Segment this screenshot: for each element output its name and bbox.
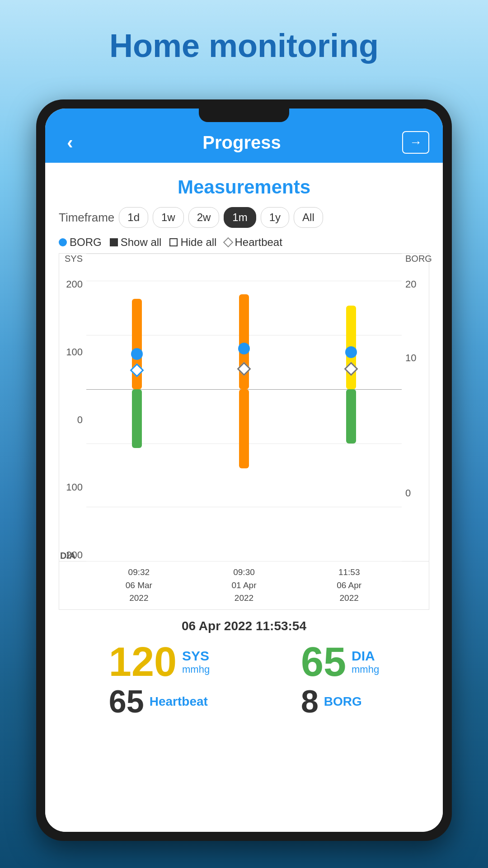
y-borg-20: 20: [405, 278, 425, 290]
legend-row: BORG Show all Hide all Heartbeat: [54, 236, 434, 249]
y-200-top: 200: [63, 278, 83, 290]
detail-left-col: 120 SYS mmhg 65 Heartbeat: [109, 642, 210, 717]
timeframe-row: Timeframe 1d 1w 2w 1m 1y All: [54, 207, 434, 228]
y-axis-left-numbers: 200 100 0 100 200: [59, 254, 86, 561]
y-borg-0: 0: [405, 487, 411, 499]
dia-label: DIA: [352, 648, 379, 664]
y-100-top: 100: [63, 346, 83, 358]
hide-all-legend-label: Hide all: [180, 236, 216, 249]
grid-line-bottom: [86, 561, 402, 561]
grid-line-200-bottom: [86, 507, 402, 507]
x-label-1: 09:32 06 Mar 2022: [86, 566, 192, 605]
legend-borg: BORG: [59, 236, 102, 249]
borg-label: BORG: [324, 694, 362, 709]
legend-heartbeat: Heartbeat: [225, 236, 282, 249]
bar-1-bottom: [132, 389, 142, 448]
export-icon: →: [409, 135, 422, 150]
x-label-2: 09:30 01 Apr 2022: [192, 566, 297, 605]
y-100-bottom: 100: [63, 481, 83, 493]
grid-line-top: [86, 254, 402, 254]
timeframe-1y[interactable]: 1y: [261, 207, 289, 228]
x-label-3: 11:53 06 Apr 2022: [296, 566, 402, 605]
x-time-1: 09:32: [86, 566, 192, 579]
sys-label-group: SYS mmhg: [182, 648, 210, 675]
y-0: 0: [63, 414, 83, 426]
y-label-dia: DIA: [60, 551, 75, 561]
grid-line-200-top: [86, 281, 402, 281]
legend-hide-all[interactable]: Hide all: [169, 236, 216, 249]
x-year-1: 2022: [86, 592, 192, 605]
legend-show-all[interactable]: Show all: [110, 236, 162, 249]
x-year-3: 2022: [296, 592, 402, 605]
show-all-legend-icon: [110, 238, 118, 246]
measurement-detail: 06 Apr 2022 11:53:54 120 SYS mmhg: [54, 610, 434, 726]
heartbeat-value: 65: [109, 686, 144, 717]
borg-legend-label: BORG: [70, 236, 102, 249]
dia-value: 65: [301, 642, 346, 682]
dot-2: [238, 343, 250, 354]
borg-legend-dot: [59, 238, 67, 246]
dot-3: [345, 346, 357, 358]
chart-container: SYS: [59, 253, 429, 610]
x-time-2: 09:30: [192, 566, 297, 579]
y-borg-10: 10: [405, 352, 416, 364]
phone-notch: [199, 108, 289, 122]
x-year-2: 2022: [192, 592, 297, 605]
y-axis-right-numbers: 20 10 0: [402, 254, 429, 561]
title-area: Home monitoring: [0, 27, 488, 64]
timeframe-all[interactable]: All: [294, 207, 323, 228]
sys-unit: mmhg: [182, 664, 210, 675]
detail-datetime: 06 Apr 2022 11:53:54: [63, 619, 425, 633]
heartbeat-label: Heartbeat: [150, 694, 208, 709]
measurements-heading: Measurements: [54, 176, 434, 198]
show-all-legend-label: Show all: [121, 236, 162, 249]
x-date-2: 01 Apr: [192, 579, 297, 592]
x-time-3: 11:53: [296, 566, 402, 579]
chart-plot: [86, 254, 402, 561]
phone-screen: ‹ Progress → Measurements Timeframe 1d 1…: [45, 108, 443, 832]
header-title: Progress: [202, 132, 281, 153]
content-area: Measurements Timeframe 1d 1w 2w 1m 1y Al…: [45, 163, 443, 832]
x-date-3: 06 Apr: [296, 579, 402, 592]
dot-1: [131, 348, 143, 360]
dia-unit: mmhg: [352, 664, 379, 675]
back-button[interactable]: ‹: [59, 131, 81, 154]
heartbeat-legend-label: Heartbeat: [235, 236, 282, 249]
detail-values: 120 SYS mmhg 65 Heartbeat: [63, 642, 425, 717]
phone-frame: ‹ Progress → Measurements Timeframe 1d 1…: [36, 99, 452, 841]
sys-label: SYS: [182, 648, 210, 664]
bar-2-bottom: [239, 389, 249, 468]
home-monitoring-title: Home monitoring: [0, 27, 488, 64]
timeframe-1m[interactable]: 1m: [224, 207, 256, 228]
back-arrow-icon: ‹: [67, 132, 73, 153]
sys-value: 120: [109, 642, 177, 682]
timeframe-1d[interactable]: 1d: [119, 207, 148, 228]
bar-3-bottom: [346, 389, 356, 443]
x-date-1: 06 Mar: [86, 579, 192, 592]
detail-right-col: 65 DIA mmhg 8 BORG: [301, 642, 379, 717]
timeframe-label: Timeframe: [59, 211, 114, 225]
dia-label-group: DIA mmhg: [352, 648, 379, 675]
timeframe-1w[interactable]: 1w: [153, 207, 184, 228]
heartbeat-legend-icon: [223, 237, 234, 248]
borg-value: 8: [301, 686, 319, 717]
x-axis-labels: 09:32 06 Mar 2022 09:30 01 Apr 2022 11:5…: [59, 561, 429, 609]
timeframe-2w[interactable]: 2w: [188, 207, 220, 228]
export-button[interactable]: →: [402, 131, 429, 154]
hide-all-legend-icon: [169, 238, 178, 246]
